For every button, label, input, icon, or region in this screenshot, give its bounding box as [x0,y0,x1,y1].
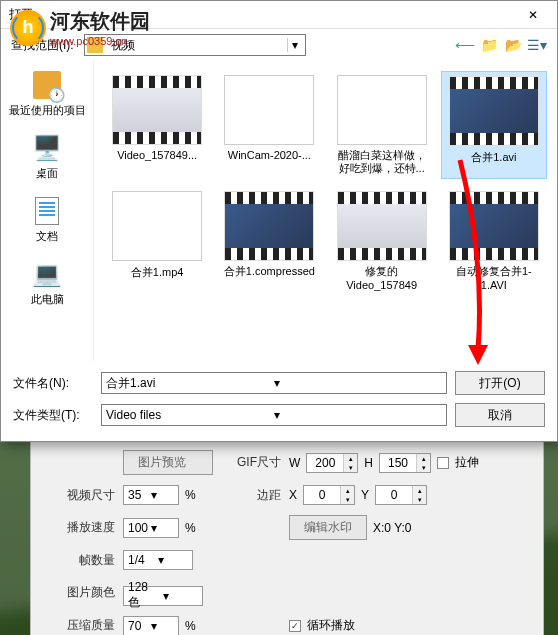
file-item[interactable]: 合并1.mp4 [104,187,210,295]
file-item[interactable]: 自动修复合并1-1.AVI [441,187,547,295]
video-thumbnail-icon [112,75,202,145]
color-label: 图片颜色 [45,584,115,601]
file-thumbnail-icon [224,75,314,145]
open-button[interactable]: 打开(O) [455,371,545,395]
video-thumbnail-icon [224,191,314,261]
new-folder-icon[interactable]: 📂 [503,35,523,55]
quality-select[interactable]: 70▾ [123,616,179,636]
back-icon[interactable]: ⟵ [455,35,475,55]
view-menu-icon[interactable]: ☰▾ [527,35,547,55]
gif-height-input[interactable]: 150▴▾ [379,453,431,473]
file-item[interactable]: 合并1.compressed [216,187,322,295]
watermark-position: X:0 Y:0 [373,521,411,535]
video-size-select[interactable]: 35▾ [123,485,179,505]
loop-checkbox[interactable]: ✓ [289,620,301,632]
up-folder-icon[interactable]: 📁 [479,35,499,55]
file-item[interactable]: Video_157849... [104,71,210,179]
filetype-label: 文件类型(T): [13,407,93,424]
stretch-checkbox[interactable] [437,457,449,469]
loop-label: 循环播放 [307,617,355,634]
computer-icon: 💻 [31,258,63,290]
places-sidebar: 最近使用的项目 🖥️ 桌面 文档 💻 此电脑 [1,61,93,361]
gif-size-label: GIF尺寸 [221,454,281,471]
video-thumbnail-icon [337,191,427,261]
cancel-button[interactable]: 取消 [455,403,545,427]
video-size-label: 视频尺寸 [45,487,115,504]
speed-select[interactable]: 100▾ [123,518,179,538]
watermark-logo: h [10,10,46,46]
documents-icon [35,197,59,225]
video-thumbnail-icon [449,191,539,261]
frames-select[interactable]: 1/4▾ [123,550,193,570]
chevron-down-icon[interactable]: ▾ [274,376,442,390]
sidebar-item-documents[interactable]: 文档 [31,195,63,244]
file-item[interactable]: WinCam-2020-... [216,71,322,179]
gif-settings-panel: GIF文件 图片预览 GIF尺寸 W 200▴▾ H 150▴▾ 拉伸 视频尺寸… [30,430,544,635]
desktop-icon: 🖥️ [31,132,63,164]
close-button[interactable]: ✕ [513,3,553,27]
chevron-down-icon[interactable]: ▾ [287,38,303,52]
margin-y-input[interactable]: 0▴▾ [375,485,427,505]
watermark-title: 河东软件园 [50,8,150,35]
preview-button[interactable]: 图片预览 [123,450,213,475]
file-thumbnail-icon [337,75,427,145]
watermark: h 河东软件园 www.pc0359.cn [10,8,150,47]
file-thumbnail-icon [112,191,202,261]
color-select[interactable]: 128 色▾ [123,586,203,606]
stretch-label: 拉伸 [455,454,479,471]
speed-label: 播放速度 [45,519,115,536]
quality-label: 压缩质量 [45,617,115,634]
margin-label: 边距 [221,487,281,504]
frames-label: 帧数量 [45,552,115,569]
filetype-select[interactable]: Video files ▾ [101,404,447,426]
sidebar-item-thispc[interactable]: 💻 此电脑 [31,258,64,307]
file-item-selected[interactable]: 合并1.avi [441,71,547,179]
edit-watermark-button[interactable]: 编辑水印 [289,515,367,540]
filename-input[interactable]: 合并1.avi ▾ [101,372,447,394]
recent-icon [31,69,63,101]
file-open-dialog: 打开 ✕ 查找范围(I): 视频 ▾ ⟵ 📁 📂 ☰▾ 最近使用的项目 🖥️ 桌… [0,0,558,442]
video-thumbnail-icon [449,76,539,146]
sidebar-item-desktop[interactable]: 🖥️ 桌面 [31,132,63,181]
gif-width-input[interactable]: 200▴▾ [306,453,358,473]
file-item[interactable]: 醋溜白菜这样做，好吃到爆，还特... [329,71,435,179]
chevron-down-icon[interactable]: ▾ [274,408,442,422]
margin-x-input[interactable]: 0▴▾ [303,485,355,505]
watermark-url: www.pc0359.cn [50,35,150,47]
file-list[interactable]: Video_157849... WinCam-2020-... 醋溜白菜这样做，… [93,61,557,361]
filename-label: 文件名(N): [13,375,93,392]
sidebar-item-recent[interactable]: 最近使用的项目 [9,69,86,118]
file-item[interactable]: 修复的Video_157849 [329,187,435,295]
